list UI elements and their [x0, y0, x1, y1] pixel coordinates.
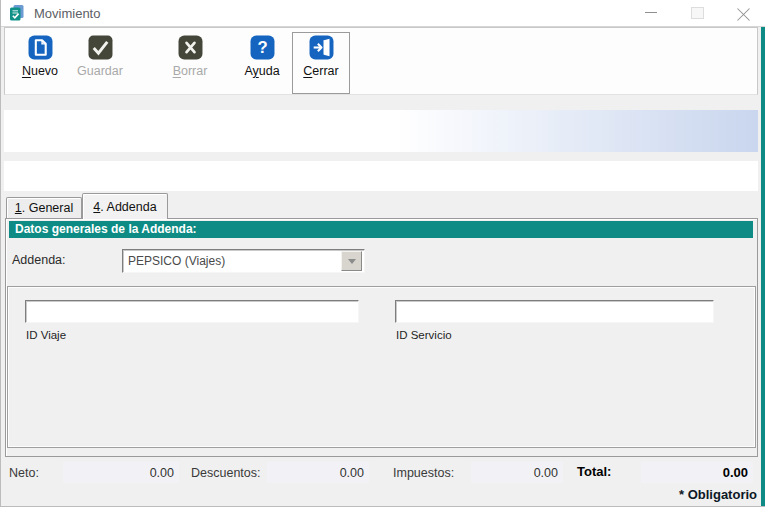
id-viaje-label: ID Viaje — [26, 329, 66, 341]
cerrar-button[interactable]: Cerrar — [292, 32, 350, 94]
minimize-icon — [645, 12, 657, 13]
window-right-edge — [761, 27, 765, 507]
neto-label: Neto: — [9, 466, 39, 480]
tab-general-label: 1. General — [15, 201, 73, 215]
save-check-icon — [88, 35, 113, 60]
window-controls — [628, 0, 765, 25]
required-note: * Obligatorio — [679, 487, 757, 502]
toolbar: Nuevo Guardar Borrar — [4, 27, 758, 95]
ayuda-button[interactable]: ? Ayuda — [233, 33, 291, 91]
addenda-selected-value: PEPSICO (Viajes) — [123, 254, 341, 268]
close-button[interactable] — [720, 0, 765, 25]
borrar-button[interactable]: Borrar — [161, 33, 219, 91]
impuestos-value: 0.00 — [471, 462, 563, 483]
status-band — [4, 161, 758, 191]
maximize-button[interactable] — [674, 0, 720, 25]
total-value: 0.00 — [641, 462, 753, 483]
borrar-label: Borrar — [173, 64, 208, 78]
addenda-select[interactable]: PEPSICO (Viajes) — [122, 249, 365, 273]
addenda-fields-group: ID Viaje ID Servicio — [7, 286, 756, 448]
exit-door-icon — [309, 35, 334, 60]
app-icon — [8, 4, 26, 22]
tab-addenda[interactable]: 4. Addenda — [82, 193, 168, 219]
guardar-label: Guardar — [77, 64, 123, 78]
addenda-label: Addenda: — [12, 253, 66, 267]
cerrar-label: Cerrar — [303, 64, 338, 78]
section-header: Datos generales de la Addenda: — [9, 221, 753, 238]
movimiento-window: Movimiento Nuevo — [0, 0, 765, 507]
neto-value: 0.00 — [63, 462, 179, 483]
id-viaje-input[interactable] — [25, 300, 359, 323]
minimize-button[interactable] — [628, 0, 674, 25]
id-servicio-input[interactable] — [395, 300, 714, 323]
ayuda-label: Ayuda — [244, 64, 279, 78]
total-label: Total: — [577, 464, 611, 479]
tab-general[interactable]: 1. General — [6, 197, 82, 218]
new-document-icon — [28, 35, 53, 60]
status-band-gradient — [4, 110, 758, 152]
close-icon — [737, 6, 750, 19]
descuentos-value: 0.00 — [267, 462, 369, 483]
guardar-button[interactable]: Guardar — [71, 33, 129, 91]
chevron-down-icon — [341, 251, 362, 271]
descuentos-label: Descuentos: — [191, 466, 260, 480]
svg-text:?: ? — [257, 38, 267, 57]
delete-x-icon — [178, 35, 203, 60]
tab-addenda-label: 4. Addenda — [93, 200, 156, 214]
help-question-icon: ? — [250, 35, 275, 60]
id-servicio-label: ID Servicio — [396, 329, 452, 341]
nuevo-label: Nuevo — [22, 64, 58, 78]
nuevo-button[interactable]: Nuevo — [11, 33, 69, 91]
addenda-tab-page: Datos generales de la Addenda: Addenda: … — [5, 218, 758, 457]
titlebar: Movimiento — [1, 0, 765, 27]
window-title: Movimiento — [34, 6, 100, 21]
impuestos-label: Impuestos: — [393, 466, 454, 480]
maximize-icon — [691, 7, 704, 19]
